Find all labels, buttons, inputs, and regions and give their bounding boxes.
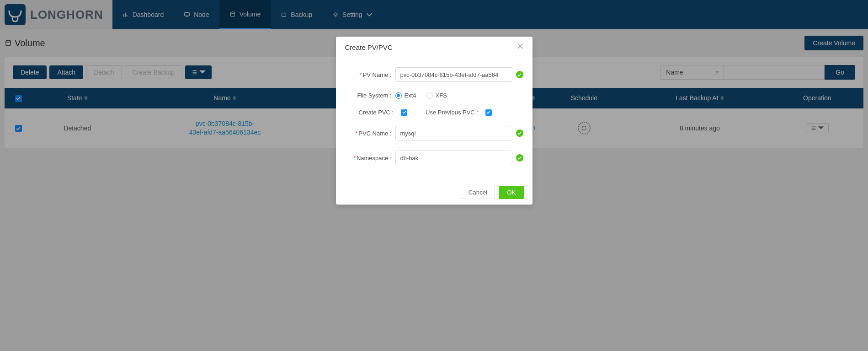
valid-icon <box>516 154 523 162</box>
modal-title: Create PV/PVC <box>345 43 393 51</box>
radio-xfs[interactable]: XFS <box>426 92 447 99</box>
pv-name-input[interactable] <box>395 67 512 82</box>
pvc-name-input[interactable] <box>395 126 512 140</box>
radio-unchecked-icon <box>426 92 433 99</box>
radio-checked-icon <box>395 92 402 99</box>
create-pvc-label: Create PVC : <box>359 109 398 116</box>
valid-icon <box>516 130 523 137</box>
namespace-label: *Namespace : <box>345 155 395 162</box>
radio-ext4[interactable]: Ext4 <box>395 92 416 99</box>
ok-button[interactable]: OK <box>499 186 524 199</box>
use-previous-pvc-label: Use Previous PVC : <box>426 109 482 116</box>
filesystem-label: File System : <box>345 92 395 99</box>
pvc-name-label: *PVC Name : <box>345 130 395 137</box>
pv-name-label: *PV Name : <box>345 71 395 78</box>
valid-icon <box>516 71 523 78</box>
create-pv-pvc-modal: Create PV/PVC *PV Name : File System : E… <box>336 37 533 205</box>
use-previous-pvc-checkbox[interactable] <box>485 109 492 116</box>
cancel-button[interactable]: Cancel <box>461 186 495 199</box>
namespace-input[interactable] <box>395 151 512 165</box>
close-icon[interactable] <box>517 43 523 51</box>
create-pvc-checkbox[interactable] <box>401 109 407 116</box>
